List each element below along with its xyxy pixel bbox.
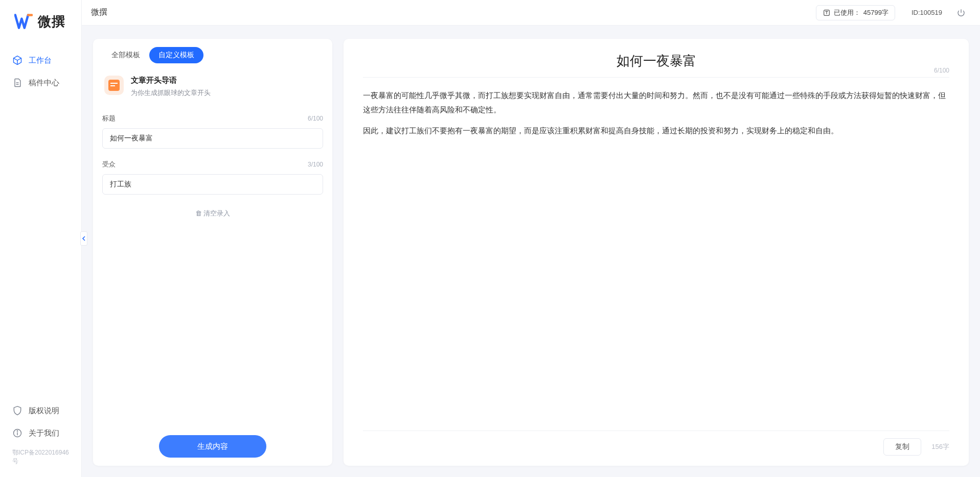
template-header: 文章开头导语 为你生成抓眼球的文章开头 xyxy=(102,75,323,99)
output-title-counter: 6/100 xyxy=(934,67,949,74)
title-counter: 6/100 xyxy=(308,115,323,122)
template-icon xyxy=(104,76,124,95)
form-group-audience: 受众 3/100 xyxy=(102,160,323,195)
icp-text: 鄂ICP备2022016946号 xyxy=(5,446,76,468)
nav-label: 关于我们 xyxy=(29,428,59,438)
page-title: 微撰 xyxy=(91,7,107,18)
title-label: 标题 xyxy=(102,114,116,123)
topbar: 微撰 已使用： 45799字 ID:100519 xyxy=(82,0,980,26)
output-panel: 如何一夜暴富 6/100 一夜暴富的可能性几乎微乎其微，而打工族想要实现财富自由… xyxy=(344,39,969,466)
template-desc: 为你生成抓眼球的文章开头 xyxy=(131,88,211,98)
nav-workbench[interactable]: 工作台 xyxy=(5,51,76,69)
output-paragraph: 一夜暴富的可能性几乎微乎其微，而打工族想要实现财富自由，通常需要付出大量的时间和… xyxy=(363,89,949,117)
chevron-left-icon xyxy=(81,236,86,241)
usage-badge[interactable]: 已使用： 45799字 xyxy=(816,5,895,20)
logo: 微撰 xyxy=(0,0,81,51)
info-icon xyxy=(12,428,22,438)
sidebar-nav: 工作台 稿件中心 xyxy=(0,51,81,92)
sidebar: 微撰 工作台 稿件中心 版权说明 关于我们 鄂ICP xyxy=(0,0,82,477)
audience-label: 受众 xyxy=(102,160,116,169)
clear-button[interactable]: 🗑 清空录入 xyxy=(102,209,323,218)
content-row: 全部模板 自定义模板 文章开头导语 为你生成抓眼球的文章开头 标题 6/100 xyxy=(82,26,980,477)
logout-button[interactable] xyxy=(955,7,967,18)
output-footer: 复制 156字 xyxy=(363,431,949,456)
text-icon xyxy=(823,9,831,17)
output-paragraph: 因此，建议打工族们不要抱有一夜暴富的期望，而是应该注重积累财富和提高自身技能，通… xyxy=(363,124,949,138)
user-id: ID:100519 xyxy=(911,9,942,16)
main: 微撰 已使用： 45799字 ID:100519 全部模板 自定义模板 xyxy=(82,0,980,477)
output-title: 如何一夜暴富 xyxy=(363,52,949,70)
svg-point-2 xyxy=(17,431,17,431)
form-group-title: 标题 6/100 xyxy=(102,114,323,149)
usage-label: 已使用： xyxy=(834,8,860,17)
document-icon xyxy=(12,78,22,88)
sidebar-bottom: 版权说明 关于我们 鄂ICP备2022016946号 xyxy=(0,401,81,477)
generate-button[interactable]: 生成内容 xyxy=(159,435,266,458)
tab-all-templates[interactable]: 全部模板 xyxy=(102,47,149,63)
output-title-row: 如何一夜暴富 6/100 xyxy=(363,52,949,78)
nav-label: 工作台 xyxy=(29,56,52,65)
sidebar-collapse-toggle[interactable] xyxy=(80,231,87,246)
nav-drafts[interactable]: 稿件中心 xyxy=(5,74,76,92)
cube-icon xyxy=(12,55,22,65)
title-input[interactable] xyxy=(102,128,323,149)
nav-label: 稿件中心 xyxy=(29,78,59,88)
shield-icon xyxy=(12,406,22,416)
logo-icon xyxy=(14,12,33,31)
output-body[interactable]: 一夜暴富的可能性几乎微乎其微，而打工族想要实现财富自由，通常需要付出大量的时间和… xyxy=(363,89,949,431)
power-icon xyxy=(956,8,966,17)
nav-copyright[interactable]: 版权说明 xyxy=(5,401,76,420)
nav-label: 版权说明 xyxy=(29,406,59,416)
tab-custom-templates[interactable]: 自定义模板 xyxy=(149,47,203,63)
word-count: 156字 xyxy=(931,442,949,451)
audience-counter: 3/100 xyxy=(308,161,323,168)
copy-button[interactable]: 复制 xyxy=(883,438,921,456)
input-panel: 全部模板 自定义模板 文章开头导语 为你生成抓眼球的文章开头 标题 6/100 xyxy=(93,39,332,466)
template-tabs: 全部模板 自定义模板 xyxy=(102,47,323,63)
nav-about[interactable]: 关于我们 xyxy=(5,424,76,442)
audience-input[interactable] xyxy=(102,174,323,195)
template-title: 文章开头导语 xyxy=(131,76,211,85)
document-lines-icon xyxy=(108,80,120,91)
logo-text: 微撰 xyxy=(38,13,65,31)
usage-value: 45799字 xyxy=(863,8,888,17)
